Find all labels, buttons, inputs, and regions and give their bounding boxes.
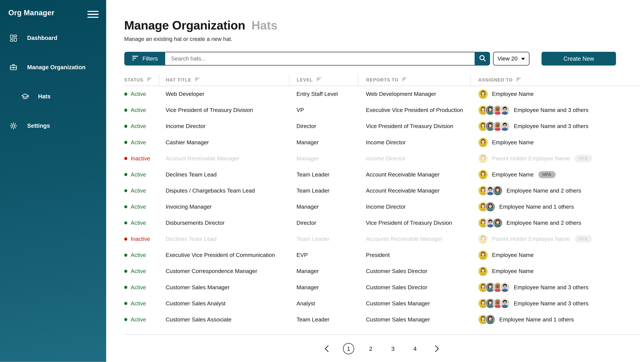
reports-to-cell: Customer Sales Manager: [358, 317, 470, 323]
status-dot-icon: [124, 205, 128, 209]
table-row[interactable]: Active Income Director Director Vice Pre…: [124, 118, 640, 134]
reports-to-cell: Web Development Manager: [358, 91, 470, 97]
chevron-right-icon[interactable]: [432, 343, 443, 354]
sidebar-item-manage-organization[interactable]: Manage Organization: [0, 53, 106, 82]
status-dot-icon: [124, 125, 128, 128]
hat-title-cell: Declines Team Lead: [159, 171, 289, 178]
page-button-2[interactable]: 2: [365, 343, 376, 354]
person-avatar: [478, 89, 488, 99]
hat-title-cell: Income Director: [159, 123, 289, 129]
filter-small-icon: [402, 77, 407, 83]
avatar-stack: [478, 298, 510, 309]
table-row[interactable]: Active Cashier Manager Manager Income Di…: [124, 134, 640, 150]
column-header-hat-title[interactable]: Hat Title: [159, 74, 289, 86]
hat-title-cell: Customer Sales Analyst: [159, 300, 289, 307]
hamburger-menu-icon[interactable]: [88, 11, 98, 18]
person-avatar: [485, 202, 496, 212]
table-row[interactable]: Active Customer Sales Analyst Analyst Cu…: [124, 296, 640, 312]
app-root: Org Manager Dashboard Manage Organizatio…: [0, 0, 644, 362]
sidebar-item-label: Manage Organization: [27, 64, 86, 70]
search-button[interactable]: [474, 52, 490, 65]
hat-title-cell: Customer Sales Manager: [159, 284, 289, 291]
person-avatar: [478, 250, 488, 260]
reports-to-cell: Vice President of Treasury Divsion: [358, 220, 470, 226]
table-row[interactable]: Active Executive Vice President of Commu…: [124, 247, 640, 263]
person-avatar: [485, 314, 496, 325]
hfa-badge: HFA: [575, 236, 592, 243]
reports-to-cell: Accounts Receivable Manager: [358, 236, 470, 242]
level-cell: VP: [289, 107, 358, 113]
table-row[interactable]: Active Customer Sales Manager Manager Cu…: [124, 279, 640, 295]
hat-title-cell: Invoicing Manager: [159, 204, 289, 210]
view-count-dropdown[interactable]: View 20: [493, 52, 530, 65]
table-row[interactable]: Active Disputes / Chargebacks Team Lead …: [124, 183, 640, 199]
status-dot-icon: [124, 270, 128, 273]
page-button-1[interactable]: 1: [343, 343, 354, 354]
status-cell: Active: [124, 139, 159, 146]
table-row[interactable]: Active Customer Correspondence Manager M…: [124, 263, 640, 279]
column-header-assigned-to[interactable]: Assigned To: [470, 74, 639, 86]
page-button-3[interactable]: 3: [387, 343, 398, 354]
level-cell: EVP: [289, 252, 358, 258]
column-header-status[interactable]: Status: [124, 74, 159, 86]
person-avatar: [500, 105, 510, 115]
person-avatar: [500, 282, 510, 293]
filter-small-icon: [516, 77, 521, 83]
reports-to-cell: President: [358, 252, 470, 258]
table-row[interactable]: Inactive Account Receivable Manager Mana…: [124, 150, 640, 167]
table-row[interactable]: Active Web Developer Entry Staff Level W…: [124, 86, 640, 102]
assigned-name: Employee Name and 3 others: [514, 123, 588, 129]
status-cell: Active: [124, 171, 159, 178]
status-dot-icon: [124, 189, 128, 192]
level-cell: Analyst: [289, 300, 358, 307]
level-cell: Manager: [289, 284, 358, 291]
reports-to-cell: Income Director: [358, 139, 470, 146]
table-row[interactable]: Active Invoicing Manager Manager Income …: [124, 199, 640, 215]
filters-button[interactable]: Filters: [124, 52, 165, 65]
sidebar-item-dashboard[interactable]: Dashboard: [0, 23, 106, 53]
avatar-stack: [478, 89, 488, 99]
page-button-4[interactable]: 4: [410, 343, 420, 354]
table-row[interactable]: Active Customer Sales Associate Team Lea…: [124, 312, 640, 328]
status-label: Inactive: [131, 236, 150, 242]
table-row[interactable]: Active Vice President of Treasury Divisi…: [124, 102, 640, 118]
status-label: Active: [131, 268, 146, 274]
sidebar-item-settings[interactable]: Settings: [0, 111, 106, 140]
assigned-name: Parent Holder Employee Name: [492, 155, 570, 162]
status-dot-icon: [124, 318, 128, 321]
level-cell: Team Leader: [289, 171, 358, 178]
status-label: Active: [131, 139, 146, 146]
status-label: Active: [131, 107, 146, 113]
avatar-stack: [478, 137, 488, 147]
assigned-to-cell: Employee Name HFA: [470, 169, 639, 180]
status-dot-icon: [124, 109, 128, 112]
assigned-name: Employee Name and 2 others: [506, 188, 581, 194]
status-dot-icon: [124, 221, 128, 225]
avatar-stack: [478, 105, 510, 115]
column-header-level[interactable]: Level: [289, 74, 358, 86]
hat-title-cell: Vice President of Treasury Division: [159, 107, 289, 113]
avatar-stack: [478, 282, 510, 293]
assigned-name: Employee Name and 2 others: [506, 220, 581, 226]
table-row[interactable]: Active Disbursements Director Director V…: [124, 215, 640, 231]
status-label: Inactive: [131, 155, 150, 162]
assigned-to-cell: Employee Name and 3 others: [470, 121, 639, 131]
person-avatar: [478, 234, 488, 244]
table-header-row: Status Hat Title Level Reports To Assign…: [124, 74, 640, 86]
sidebar-item-hats[interactable]: Hats: [0, 82, 106, 111]
hat-title-cell: Customer Correspondence Manager: [159, 268, 289, 274]
column-header-reports-to[interactable]: Reports To: [358, 74, 470, 86]
reports-to-cell: Executive Vice President of Production: [358, 107, 470, 113]
level-cell: Director: [289, 220, 358, 226]
status-label: Active: [131, 317, 146, 323]
status-label: Active: [131, 252, 146, 258]
table-row[interactable]: Active Declines Team Lead Team Leader Ac…: [124, 167, 640, 183]
reports-to-cell: Customer Sales Director: [358, 268, 470, 274]
create-new-button[interactable]: Create New: [542, 52, 616, 65]
hat-title-cell: Customer Sales Associate: [159, 317, 289, 323]
table-row[interactable]: Inactive Declines Team Lead Team Leader …: [124, 231, 640, 247]
sidebar: Org Manager Dashboard Manage Organizatio…: [0, 0, 106, 362]
chevron-left-icon[interactable]: [321, 343, 332, 354]
search-input[interactable]: [165, 52, 474, 65]
magnifier-icon: [479, 54, 486, 63]
